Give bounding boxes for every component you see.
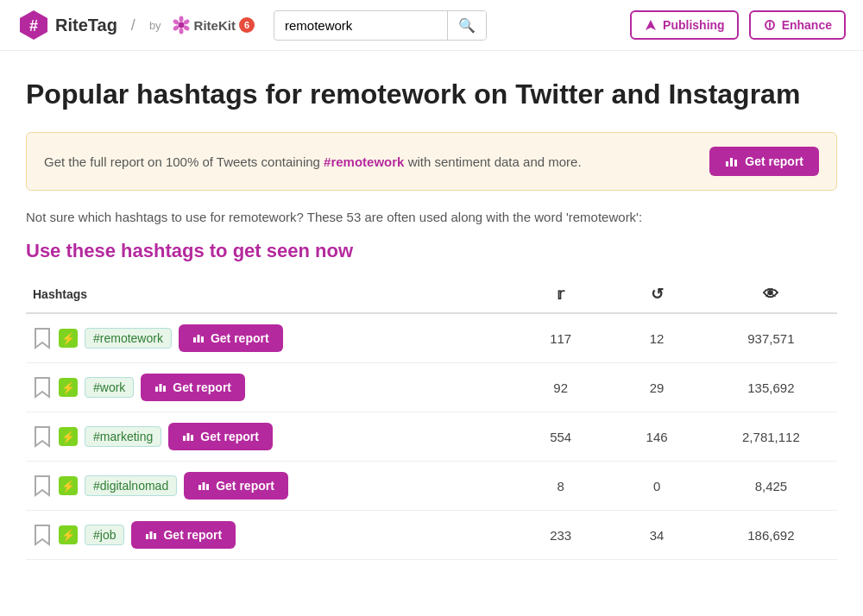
get-report-label: Get report: [216, 479, 274, 493]
publishing-label: Publishing: [663, 18, 725, 32]
retweet-count-2: 146: [608, 412, 704, 462]
svg-rect-17: [155, 387, 158, 392]
ritekit-logo: RiteKit 6: [172, 16, 255, 35]
svg-point-2: [178, 22, 184, 28]
publishing-button[interactable]: Publishing: [630, 10, 739, 40]
col-header-views: 👁: [705, 276, 837, 313]
retweet-count-1: 29: [608, 363, 704, 412]
svg-rect-27: [150, 531, 153, 539]
twitter-icon: 𝕣: [520, 285, 602, 304]
bar-chart-small-icon: [145, 529, 157, 541]
hashtag-tag[interactable]: #marketing: [85, 426, 161, 447]
tag-cell-3: ⚡ #digitalnomad Get report: [26, 462, 513, 511]
now-text: now: [315, 240, 353, 261]
svg-rect-26: [146, 534, 148, 539]
header: # RiteTag / by RiteKit 6 🔍 Publishing: [0, 0, 863, 51]
svg-rect-20: [183, 436, 186, 441]
publishing-icon: [644, 18, 658, 32]
search-button[interactable]: 🔍: [447, 11, 486, 40]
bookmark-icon[interactable]: [33, 475, 52, 497]
hashtag-tag[interactable]: #job: [85, 525, 124, 545]
svg-rect-13: [734, 160, 737, 167]
get-report-button[interactable]: Get report: [141, 374, 245, 401]
page-title: Popular hashtags for remotework on Twitt…: [26, 77, 837, 111]
ritekit-text: RiteKit: [194, 18, 236, 33]
col-header-retweet: ↺: [608, 276, 704, 313]
views-count-3: 8,425: [705, 462, 837, 511]
get-report-label: Get report: [163, 528, 222, 542]
banner-text: Get the full report on 100% of Tweets co…: [44, 154, 582, 169]
get-report-button[interactable]: Get report: [168, 423, 273, 450]
banner-get-report-button[interactable]: Get report: [709, 147, 819, 176]
lightning-badge: ⚡: [59, 525, 78, 544]
retweet-icon: ↺: [615, 285, 697, 304]
tweet-count-3: 8: [513, 462, 608, 511]
tweet-count-0: 117: [513, 313, 608, 363]
hashtag-tag[interactable]: #remotework: [85, 328, 172, 349]
svg-rect-14: [193, 337, 196, 343]
banner-hashtag-link[interactable]: #remotework: [324, 154, 404, 169]
svg-point-6: [179, 28, 183, 35]
retweet-count-0: 12: [608, 313, 704, 363]
logo-text: RiteTag: [55, 16, 117, 35]
bar-chart-small-icon: [154, 381, 167, 393]
get-report-label: Get report: [173, 380, 231, 394]
table-row: ⚡ #marketing Get report 554 146 2,781,11…: [26, 412, 837, 462]
col-header-hashtags: Hashtags: [26, 276, 513, 313]
search-area: 🔍: [274, 10, 487, 41]
banner-btn-label: Get report: [745, 154, 803, 168]
table-row: ⚡ #digitalnomad Get report 8 0 8,425: [26, 462, 837, 511]
svg-rect-21: [187, 433, 190, 441]
get-report-label: Get report: [211, 331, 269, 345]
enhance-icon: [763, 18, 777, 32]
tweet-count-2: 554: [513, 412, 608, 462]
svg-rect-25: [206, 484, 209, 490]
col-header-twitter: 𝕣: [513, 276, 608, 313]
slash-divider: /: [131, 16, 135, 35]
svg-point-3: [179, 16, 183, 22]
search-input[interactable]: [274, 12, 447, 39]
views-count-0: 937,571: [705, 313, 837, 363]
bar-chart-small-icon: [198, 480, 210, 492]
use-heading: Use these hashtags to get seen now: [26, 240, 837, 262]
retweet-count-4: 34: [608, 511, 704, 560]
logo-area: # RiteTag: [17, 9, 117, 41]
views-count-2: 2,781,112: [705, 412, 837, 462]
ritekit-flower-icon: [172, 16, 191, 35]
bookmark-icon[interactable]: [33, 425, 52, 448]
bookmark-icon[interactable]: [33, 376, 52, 399]
report-banner: Get the full report on 100% of Tweets co…: [26, 132, 837, 191]
table-row: ⚡ #work Get report 92 29 135,692: [26, 363, 837, 412]
subtitle-text: Not sure which hashtags to use for remot…: [26, 210, 837, 224]
bar-chart-small-icon: [192, 332, 205, 344]
bar-chart-icon: [725, 154, 739, 168]
table-row: ⚡ #remotework Get report 117 12 937,571: [26, 313, 837, 363]
svg-rect-22: [191, 435, 193, 441]
tweet-count-1: 92: [513, 363, 608, 412]
svg-rect-16: [201, 336, 204, 343]
hashtag-tag[interactable]: #digitalnomad: [85, 475, 177, 496]
get-report-button[interactable]: Get report: [179, 324, 283, 352]
svg-rect-12: [730, 158, 733, 167]
tag-cell-0: ⚡ #remotework Get report: [26, 313, 513, 363]
lightning-badge: ⚡: [59, 476, 78, 495]
ritetag-hex-icon: #: [17, 9, 50, 41]
views-icon: 👁: [712, 286, 830, 304]
table-row: ⚡ #job Get report 233 34 186,692: [26, 511, 837, 560]
table-header-row: Hashtags 𝕣 ↺ 👁: [26, 276, 837, 313]
lightning-badge: ⚡: [59, 427, 78, 446]
svg-rect-24: [203, 482, 205, 490]
bookmark-icon[interactable]: [33, 524, 52, 546]
bookmark-icon[interactable]: [33, 327, 52, 349]
hashtag-tag[interactable]: #work: [85, 377, 134, 398]
svg-rect-23: [198, 485, 201, 490]
svg-marker-9: [646, 20, 656, 30]
views-count-1: 135,692: [705, 363, 837, 412]
retweet-count-3: 0: [608, 462, 704, 511]
get-report-button[interactable]: Get report: [184, 472, 288, 500]
enhance-button[interactable]: Enhance: [749, 10, 846, 40]
tag-cell-2: ⚡ #marketing Get report: [26, 412, 513, 462]
get-report-button[interactable]: Get report: [131, 521, 236, 549]
notification-badge: 6: [239, 17, 255, 33]
svg-rect-11: [726, 161, 728, 167]
